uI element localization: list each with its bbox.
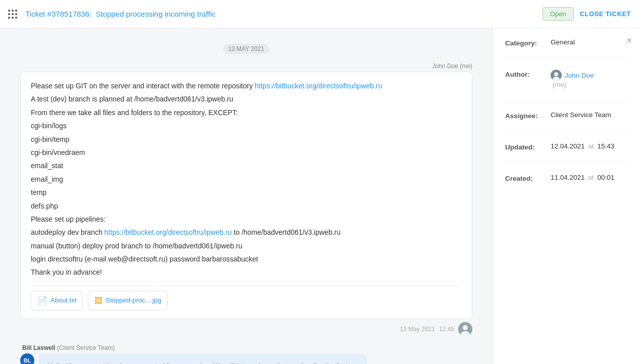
author-link[interactable]: John Doe [551, 70, 627, 81]
reply-sender-name: Bill Laswell [22, 344, 55, 351]
reply-sender-group: (Client Service Team) [57, 344, 115, 351]
message-line-14: Thank you in advance! [31, 267, 462, 278]
info-row-created: Created: 11.04.2021 at 00:01 [505, 174, 627, 182]
message-time: 12:45 [439, 326, 454, 333]
header-actions: Open CLOSE TICKET [543, 7, 631, 21]
date-divider: 13 MAY 2021 [20, 44, 472, 53]
divider-2 [505, 100, 627, 101]
message-meta: 13 May 2021 12:45 [20, 322, 472, 336]
category-label: Category: [505, 38, 551, 47]
category-value: General [551, 38, 627, 46]
author-avatar [551, 70, 562, 81]
message-line-7: email_stat [31, 160, 462, 171]
message-container: John Doe (me) Please set up GIT on the s… [20, 63, 472, 336]
message-timestamp: 13 May 2021 [400, 326, 435, 333]
info-row-category: Category: General [505, 38, 627, 47]
reply-avatar: BL [20, 353, 34, 364]
sender-avatar [458, 322, 472, 336]
menu-icon[interactable] [8, 10, 17, 19]
created-value: 11.04.2021 at 00:01 [551, 174, 627, 181]
info-row-updated: Updated: 12.04.2021 at 15:43 [505, 142, 627, 151]
chat-panel: 13 MAY 2021 John Doe (me) Please set up … [0, 28, 493, 364]
updated-value: 12.04.2021 at 15:43 [551, 142, 627, 150]
header: Ticket #378517836: Stopped processing in… [0, 0, 639, 28]
info-panel: × Category: General Author: John Doe [493, 28, 639, 364]
link-bitbucket-2[interactable]: https://bitbucket.org/directsoftru/ipweb… [105, 228, 232, 236]
created-date: 11.04.2021 [551, 174, 585, 181]
created-at-word: at [588, 174, 594, 181]
updated-label: Updated: [505, 142, 551, 151]
main-layout: 13 MAY 2021 John Doe (me) Please set up … [0, 28, 639, 364]
reply-sender-info: Bill Laswell (Client Service Team) [22, 344, 472, 351]
message-bubble: Please set up GIT on the server and inte… [20, 72, 472, 319]
created-label: Created: [505, 174, 551, 182]
message-line-5: cgi-bin/temp [31, 134, 462, 145]
updated-date: 12.04.2021 [551, 142, 585, 150]
ticket-id: Ticket #378517836: [25, 10, 91, 18]
attachments-row: 📄 About.txt 🖼 Stopped-proc....jpg [31, 285, 462, 311]
message-line-1: Please set up GIT on the server and inte… [31, 80, 462, 91]
author-suffix: (me) [553, 81, 567, 88]
created-time: 00:01 [597, 174, 614, 181]
attachment-img[interactable]: 🖼 Stopped-proc....jpg [88, 291, 168, 311]
author-label: Author: [505, 70, 551, 78]
message-sender-row: John Doe (me) [20, 63, 472, 70]
header-title: Ticket #378517836: Stopped processing in… [23, 10, 216, 18]
message-line-3: From there we take all files and folders… [31, 107, 462, 118]
open-status-button[interactable]: Open [543, 7, 574, 21]
reply-bubble: Hello. Your request has been accepted fo… [38, 353, 367, 364]
message-line-11: Please set up pipelines: [31, 214, 462, 225]
document-icon: 📄 [37, 294, 47, 307]
message-line-13: login directsoftru (e-mail web@directsof… [31, 253, 462, 265]
message-line-6: cgi-bin/vnedraem [31, 147, 462, 158]
divider-3 [505, 132, 627, 132]
info-row-assignee: Assignee: Client Service Team [505, 111, 627, 120]
close-ticket-button[interactable]: CLOSE TICKET [580, 10, 631, 18]
divider-4 [505, 163, 627, 164]
link-bitbucket-1[interactable]: https://bitbucket.org/directsoftru/ipweb… [255, 82, 382, 90]
assignee-label: Assignee: [505, 111, 551, 120]
message-line-9: temp [31, 187, 462, 198]
reply-text: Hello. Your request has been accepted fo… [47, 362, 350, 364]
ticket-title: Stopped processing incoming traffic [95, 10, 215, 18]
svg-point-1 [463, 325, 468, 330]
message-line-2: A test (dev) branch is planned at /home/… [31, 93, 462, 105]
message-line-12: manual (button) deploy prod branch to /h… [31, 240, 462, 251]
reply-container: Bill Laswell (Client Service Team) BL He… [20, 344, 472, 364]
updated-time: 15:43 [597, 142, 614, 150]
divider-1 [505, 59, 627, 60]
message-line-8: email_img [31, 174, 462, 185]
attachment-txt-name: About.txt [51, 295, 76, 306]
attachment-txt[interactable]: 📄 About.txt [31, 291, 83, 311]
attachment-img-name: Stopped-proc....jpg [106, 295, 161, 306]
svg-point-4 [554, 72, 558, 76]
message-line-pipeline: autodeploy dev branch https://bitbucket.… [31, 227, 462, 238]
message-line-10: defs.php [31, 200, 462, 212]
info-row-author: Author: John Doe (me) [505, 70, 627, 88]
updated-at-word: at [588, 142, 594, 150]
author-name: John Doe [565, 72, 594, 79]
assignee-value: Client Service Team [551, 111, 627, 119]
close-panel-button[interactable]: × [626, 35, 632, 46]
message-sender: John Doe (me) [432, 63, 472, 70]
author-value: John Doe (me) [551, 70, 627, 88]
message-line-4: cgi-bin/logs [31, 120, 462, 131]
image-icon: 🖼 [94, 294, 103, 307]
